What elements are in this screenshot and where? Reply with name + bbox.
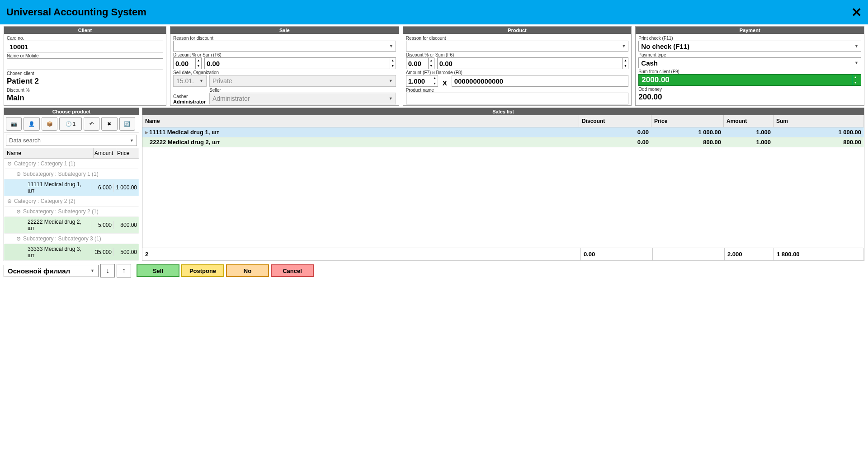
card-label: Card no. (7, 36, 163, 41)
spin-down-icon[interactable]: ▼ (390, 63, 396, 69)
payment-type-label: Payment type (638, 52, 861, 57)
seller-label: Seller (209, 88, 396, 93)
payment-header: Payment (636, 27, 864, 34)
chevron-down-icon: ▼ (130, 138, 134, 143)
cancel-button[interactable]: Cancel (271, 264, 314, 277)
chevron-down-icon: ▼ (854, 44, 859, 48)
card-input[interactable] (7, 41, 163, 52)
tree-subcategory[interactable]: ⊖Subcategory : Subategory 2 (1) (4, 207, 139, 217)
search-input[interactable]: Data search▼ (6, 135, 137, 146)
sale-reason-dropdown[interactable]: ▼ (173, 41, 396, 52)
client-header: Client (4, 27, 166, 34)
branch-dropdown[interactable]: Основной филиал▼ (4, 265, 99, 277)
name-input[interactable] (7, 58, 163, 70)
cashier-label: Casher (173, 94, 207, 99)
sale-panel: Sale Reason for discount ▼ Discount % or… (170, 26, 399, 106)
sales-row[interactable]: 22222 Medical drug 2, шт 0.00 800.00 1.0… (142, 137, 864, 147)
sum-from-client-label: Sum from client (F9) (638, 69, 861, 74)
sale-reason-label: Reason for discount (173, 36, 396, 41)
odd-money-label: Odd money (638, 87, 861, 92)
postpone-button[interactable]: Postpone (181, 264, 224, 277)
product-name-input[interactable] (406, 93, 629, 104)
multiply-icon: X (441, 79, 449, 87)
close-icon[interactable]: ✕ (851, 5, 862, 20)
payment-panel: Payment Print check (F11) No check (F11)… (635, 26, 864, 106)
toolbar-btn-4[interactable]: 🕐1 (59, 117, 81, 131)
tree-category[interactable]: ⊖Category : Category 1 (1) (4, 159, 139, 169)
seller-dropdown[interactable]: Administrator▼ (209, 93, 396, 104)
move-down-button[interactable]: ↓ (100, 264, 115, 277)
tree-product[interactable]: 22222 Medical drug 2, шт5.000800.00 (4, 217, 139, 234)
product-amount-label: Amount (F7) и Barcode (F8) (406, 70, 629, 75)
sales-columns: Name Discount Price Amount Sum (142, 115, 864, 127)
cashier-value: Administrator (173, 99, 207, 104)
product-disc-pct-spinner[interactable]: ▲▼ (406, 57, 434, 69)
expand-icon[interactable]: ⊖ (7, 160, 12, 167)
expand-icon[interactable]: ⊖ (16, 171, 21, 177)
print-check-label: Print check (F11) (638, 36, 861, 41)
sale-disc-pct-spinner[interactable]: ▲▼ (173, 57, 202, 69)
spin-down-icon[interactable]: ▼ (196, 63, 201, 69)
product-tree: ⊖Category : Category 1 (1) ⊖Subcategory … (4, 159, 139, 261)
sale-header: Sale (170, 27, 399, 34)
product-reason-label: Reason for discount (406, 36, 629, 41)
tree-subcategory[interactable]: ⊖Subcategory : Subcategory 3 (1) (4, 234, 139, 244)
tree-product[interactable]: 11111 Medical drug 1, шт6.0001 000.00 (4, 179, 139, 196)
sales-list-pane: Sales list Name Discount Price Amount Su… (142, 108, 864, 261)
tree-subcategory[interactable]: ⊖Subcategory : Subategory 1 (1) (4, 169, 139, 179)
chosen-label: Chosen client (7, 71, 163, 76)
no-button[interactable]: No (226, 264, 269, 277)
sales-footer: 2 0.00 2.000 1 800.00 (142, 248, 864, 261)
chevron-down-icon: ▼ (389, 44, 393, 48)
barcode-input[interactable] (452, 75, 629, 87)
expand-icon[interactable]: ⊖ (7, 198, 12, 204)
toolbar-btn-1[interactable]: 📷 (6, 117, 22, 131)
app-title: Universal Accounting System (6, 6, 146, 18)
titlebar: Universal Accounting System ✕ (0, 0, 868, 24)
expand-icon[interactable]: ⊖ (16, 235, 21, 242)
sell-button[interactable]: Sell (137, 264, 179, 277)
client-discount-value: Main (7, 93, 163, 103)
chosen-value: Patient 2 (7, 76, 163, 87)
sale-disc-label: Discount % or Sum (F6) (173, 52, 396, 57)
sales-list-header: Sales list (142, 108, 864, 115)
toolbar-btn-undo[interactable]: ↶ (84, 117, 99, 131)
tree-columns: Name Amount Price (4, 148, 139, 159)
sale-disc-sum-spinner[interactable]: ▲▼ (204, 57, 396, 69)
spin-up-icon[interactable]: ▲ (390, 58, 396, 63)
product-name-label: Product name (406, 88, 629, 93)
product-disc-sum-spinner[interactable]: ▲▼ (437, 57, 629, 69)
product-disc-label: Discount % or Sum (F6) (406, 52, 629, 57)
product-amount-spinner[interactable]: ▲▼ (406, 75, 438, 87)
toolbar-btn-refresh[interactable]: 🔄 (119, 117, 135, 131)
sale-date-input[interactable]: 15.01.▼ (173, 75, 207, 87)
tree-category[interactable]: ⊖Category : Category 2 (2) (4, 196, 139, 207)
product-toolbar: 📷 👤 📦 🕐1 ↶ ✖ 🔄 (4, 115, 139, 133)
client-panel: Client Card no. Name or Mobile Chosen cl… (4, 26, 166, 106)
chevron-down-icon: ▼ (622, 44, 626, 48)
sum-from-client-input[interactable]: 2000.00▲▼ (638, 74, 861, 86)
payment-type-dropdown[interactable]: Cash▼ (638, 57, 861, 68)
toolbar-btn-2[interactable]: 👤 (24, 117, 39, 131)
print-check-dropdown[interactable]: No check (F11)▼ (638, 41, 861, 52)
client-discount-label: Discount % (7, 88, 163, 93)
expand-icon[interactable]: ⊖ (16, 208, 21, 215)
product-header: Product (403, 27, 632, 34)
sale-org-dropdown[interactable]: Private▼ (209, 75, 396, 87)
tree-product[interactable]: 33333 Medical drug 3, шт35.000500.00 (4, 244, 139, 261)
toolbar-btn-3[interactable]: 📦 (42, 117, 57, 131)
chevron-down-icon: ▼ (90, 268, 94, 273)
product-panel: Product Reason for discount ▼ Discount %… (403, 26, 632, 106)
toolbar-btn-delete[interactable]: ✖ (101, 117, 117, 131)
sales-row[interactable]: ▸11111 Medical drug 1, шт 0.00 1 000.00 … (142, 127, 864, 137)
choose-product-header: Choose product (4, 108, 139, 115)
name-label: Name or Mobile (7, 53, 163, 58)
spin-up-icon[interactable]: ▲ (196, 58, 201, 63)
odd-money-value: 200.00 (638, 92, 861, 103)
product-reason-dropdown[interactable]: ▼ (406, 41, 629, 52)
choose-product-pane: Choose product 📷 👤 📦 🕐1 ↶ ✖ 🔄 Data searc… (4, 108, 139, 261)
move-up-button[interactable]: ↑ (117, 264, 131, 277)
sale-date-label: Sell date, Organization (173, 70, 396, 75)
chevron-down-icon: ▼ (854, 61, 859, 65)
